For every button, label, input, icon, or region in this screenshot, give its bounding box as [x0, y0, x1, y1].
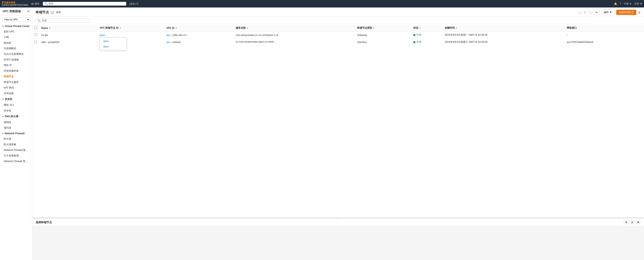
settings-icon[interactable]: ⚙: [638, 11, 641, 14]
panel-split-button[interactable]: ⊟: [630, 220, 635, 224]
sidebar-item-igw[interactable]: 互联网网关: [0, 46, 32, 51]
sort-icon: ⬍: [176, 27, 177, 29]
row1-service-name: com.amazonaws.cn.cn-northwest-1.s3: [234, 32, 355, 39]
sidebar-item-peering[interactable]: 对等连接: [0, 91, 32, 96]
sidebar-item-firewall[interactable]: 防火墙: [0, 136, 32, 142]
vpce-dropdown: vpce- vpce-: [100, 37, 126, 50]
sidebar-item-nf-resource-group[interactable]: Network Firewall 资源组: [0, 159, 32, 164]
sidebar-item-nf-rule-group[interactable]: Network Firewall 规则组: [0, 147, 32, 153]
row1-endpoint-type: Gateway: [355, 32, 411, 39]
sidebar-item-rule-group[interactable]: 规则组: [0, 120, 32, 125]
action-button[interactable]: 操作 ▼: [601, 9, 615, 15]
sidebar-section-dns-firewall-title[interactable]: ▼ DNS 防火墙: [0, 114, 32, 120]
sidebar-item-route-tables[interactable]: 路由表: [0, 40, 32, 46]
global-search[interactable]: 🔍: [43, 2, 126, 5]
sidebar-item-eip[interactable]: 弹性 IP: [0, 63, 32, 68]
sort-icon: ⬍: [120, 27, 121, 29]
select-all-checkbox[interactable]: [34, 26, 37, 29]
bottom-panel-content: [32, 226, 644, 260]
sidebar-item-egress-igw[interactable]: 仅出口互联网网关: [0, 51, 32, 57]
help-icon[interactable]: ?: [620, 2, 621, 5]
sidebar-item-managed-prefix[interactable]: 托管前缀列表: [0, 68, 32, 74]
bottom-panel-title: 选择终端节点: [36, 221, 52, 224]
header-actions: ‹ 1 › ↻ 操作 ▼ 创建终端节点 ⚙: [578, 9, 641, 15]
search-icon: 🔍: [38, 19, 40, 22]
row1-vpce-link[interactable]: vpce-: [100, 34, 106, 37]
logo: 亚马逊云科技 此页面由运营者授予您访问权限: [2, 1, 28, 6]
search-input-wrap[interactable]: 🔍: [36, 18, 90, 23]
sidebar-item-security-group[interactable]: 安全组: [0, 108, 32, 114]
row1-vpc-id: vpc- | zilliz-vdc-cn-...: [164, 32, 234, 39]
row2-create-time: 2024年9月4日星期三 GMT+8 16:58:40: [443, 39, 565, 46]
row2-endpoint-type: Interface: [355, 39, 411, 46]
col-name[interactable]: Name ⬍: [39, 24, 98, 32]
select-all-cell[interactable]: [32, 24, 39, 32]
col-status[interactable]: 状态 ⬍: [411, 24, 443, 32]
sidebar-item-network-acl[interactable]: 网络 ACL: [0, 102, 32, 108]
info-icon[interactable]: 信息: [56, 10, 61, 14]
row2-status: 可用: [411, 39, 443, 46]
sidebar-item-endpoints[interactable]: 终端节点: [0, 74, 32, 79]
col-service-name[interactable]: 服务名称 ⬍: [234, 24, 355, 32]
search-input[interactable]: [48, 2, 124, 5]
sidebar-section-network-firewall-title[interactable]: ▼ Network Firewall: [0, 131, 32, 136]
sidebar-item-my-vpc[interactable]: 您的 VPC: [0, 29, 32, 34]
row2-checkbox[interactable]: [34, 40, 37, 43]
col-create-time[interactable]: 创建时间 ⬍: [443, 24, 565, 32]
row1-vpc-link[interactable]: vpc-: [166, 34, 171, 37]
page-title-area: 终端节点 (2) 信息: [36, 10, 61, 14]
main-content: 终端节点 (2) 信息 ‹ 1 › ↻ 操作 ▼ 创建终端节点 ⚙ 🔍: [32, 7, 644, 260]
col-network-interface[interactable]: 网络接口: [565, 24, 644, 32]
sidebar-item-dhcp[interactable]: DHCP 选项集: [0, 57, 32, 63]
status-ok-icon: [413, 34, 416, 36]
sort-icon: ⬍: [419, 27, 421, 29]
col-vpc-id[interactable]: VPC ID ⬍: [164, 24, 234, 32]
top-nav-right: 🔔 ? 宁夏 ▼ 支持 ▼: [614, 2, 642, 5]
endpoint-search-input[interactable]: [42, 19, 88, 22]
sidebar-section-vpc-title[interactable]: ▼ Virtual Private Cloud: [0, 23, 32, 29]
row1-checkbox[interactable]: [34, 33, 37, 36]
row2-name: zilliz- -privatelink: [39, 39, 98, 46]
row2-vpc-link[interactable]: vpc-: [166, 41, 171, 44]
row1-status: 可用: [411, 32, 443, 39]
col-endpoint-type[interactable]: 终端节点类型 ⬍: [355, 24, 411, 32]
sidebar-item-nat-gateway[interactable]: NAT 网关: [0, 85, 32, 91]
sidebar-item-tls-config[interactable]: TLS 检查配置: [0, 153, 32, 159]
refresh-button[interactable]: ↻: [594, 10, 600, 15]
pagination: ‹ 1 ›: [578, 10, 592, 14]
sidebar-item-endpoint-services[interactable]: 终端节点服务: [0, 79, 32, 85]
bottom-panel-actions: ⊞ ⊟ ⊠: [624, 220, 641, 224]
services-menu[interactable]: ⊞ 服务: [30, 2, 41, 5]
row2-vpc-suffix: | default: [172, 41, 180, 44]
row2-service-name: cn.com.amazonaws.vpce.cn-northwest-1.vpc…: [234, 39, 355, 46]
sidebar-close-button[interactable]: ✕: [27, 10, 30, 13]
sidebar-item-domain-list[interactable]: 域列表: [0, 125, 32, 131]
row1-checkbox-cell[interactable]: [32, 32, 39, 39]
row2-checkbox-cell[interactable]: [32, 39, 39, 46]
top-navigation: 亚马逊云科技 此页面由运营者授予您访问权限 ⊞ 服务 🔍 [选项+S] 🔔 ? …: [0, 0, 644, 7]
sidebar: VPC 控制面板 ✕ Filter by VPC ▼ Virtual Priva…: [0, 7, 32, 260]
next-page-button[interactable]: ›: [588, 10, 592, 14]
sidebar-section-security-title[interactable]: ▼ 安全性: [0, 96, 32, 102]
notification-icon[interactable]: 🔔: [614, 2, 617, 5]
row1-network-interface: –: [565, 32, 644, 39]
col-vpc-endpoint-id[interactable]: VPC 终端节点 ID ⬍: [98, 24, 164, 32]
create-endpoint-button[interactable]: 创建终端节点: [616, 10, 636, 15]
row1-vpc-endpoint-id: vpce- vpce- vpce-: [98, 32, 164, 39]
row1-name: s3-gw: [39, 32, 98, 39]
chevron-down-icon: ▼: [2, 116, 4, 118]
prev-page-button[interactable]: ‹: [578, 10, 582, 14]
bottom-panel: 选择终端节点 ⊞ ⊟ ⊠: [32, 218, 644, 260]
sidebar-item-firewall-policy[interactable]: 防火墙策略: [0, 142, 32, 147]
row1-create-time: 2024年8月5日星期一 GMT+8 15:55:45: [443, 32, 565, 39]
sidebar-item-subnets[interactable]: 子网: [0, 34, 32, 40]
region-selector[interactable]: 宁夏 ▼: [624, 2, 632, 5]
account-selector[interactable]: 支持 ▼: [634, 2, 642, 5]
sidebar-filter[interactable]: Filter by VPC: [0, 15, 32, 23]
dropdown-item-2[interactable]: vpce-: [100, 44, 126, 49]
panel-collapse-button[interactable]: ⊠: [636, 220, 641, 224]
filter-by-vpc-select[interactable]: Filter by VPC: [2, 17, 30, 22]
panel-expand-button[interactable]: ⊞: [624, 220, 628, 224]
dropdown-item-1[interactable]: vpce-: [100, 38, 126, 44]
chevron-down-icon: ▼: [2, 98, 4, 100]
